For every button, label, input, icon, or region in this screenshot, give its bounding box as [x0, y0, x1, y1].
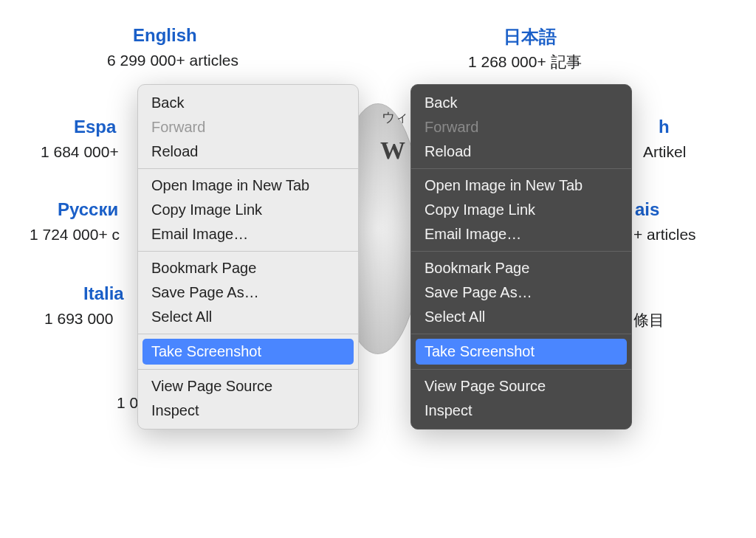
lang-german-link[interactable]: h — [659, 117, 670, 137]
ctx-open-image[interactable]: Open Image in New Tab — [138, 173, 358, 198]
ctx-select-all[interactable]: Select All — [411, 305, 631, 329]
ctx-inspect[interactable]: Inspect — [411, 399, 631, 423]
ctx-separator — [138, 334, 358, 334]
ctx-save-as[interactable]: Save Page As… — [411, 280, 631, 305]
lang-russian-sub: 1 724 000+ с — [30, 226, 120, 244]
logo-glyph-wi: ウィ — [382, 108, 408, 126]
context-menu-dark: Back Forward Reload Open Image in New Ta… — [410, 84, 632, 430]
lang-italian-link[interactable]: Italia — [83, 283, 124, 304]
ctx-copy-image-link[interactable]: Copy Image Link — [411, 198, 631, 222]
lang-japanese-sub: 1 268 000+ 記事 — [468, 52, 582, 72]
lang-french-sub: + articles — [633, 226, 696, 244]
ctx-view-source[interactable]: View Page Source — [138, 374, 358, 399]
ctx-back[interactable]: Back — [138, 91, 358, 115]
ctx-save-as[interactable]: Save Page As… — [138, 280, 358, 305]
ctx-separator — [138, 168, 358, 169]
ctx-email-image[interactable]: Email Image… — [411, 222, 631, 246]
logo-glyph-w: W — [380, 137, 405, 165]
lang-spanish-link[interactable]: Espa — [74, 117, 116, 137]
context-menu-light: Back Forward Reload Open Image in New Ta… — [137, 84, 359, 430]
ctx-separator — [411, 168, 631, 169]
lang-spanish-sub: 1 684 000+ — [41, 143, 119, 161]
ctx-forward: Forward — [411, 115, 631, 139]
lang-chinese-sub: 條目 — [633, 310, 664, 331]
ctx-separator — [411, 334, 631, 334]
ctx-bookmark[interactable]: Bookmark Page — [411, 256, 631, 280]
lang-russian-link[interactable]: Русски — [58, 199, 118, 220]
lang-german-sub: Artikel — [643, 143, 686, 161]
ctx-take-screenshot[interactable]: Take Screenshot — [416, 339, 627, 365]
lang-portuguese-sub: 1 0 — [117, 394, 138, 412]
ctx-reload[interactable]: Reload — [411, 139, 631, 164]
ctx-inspect[interactable]: Inspect — [138, 399, 358, 423]
lang-italian-sub: 1 693 000 — [44, 310, 113, 328]
ctx-reload[interactable]: Reload — [138, 139, 358, 164]
ctx-select-all[interactable]: Select All — [138, 305, 358, 329]
ctx-forward: Forward — [138, 115, 358, 139]
ctx-bookmark[interactable]: Bookmark Page — [138, 256, 358, 280]
ctx-back[interactable]: Back — [411, 91, 631, 115]
lang-english-link[interactable]: English — [133, 25, 197, 46]
ctx-separator — [138, 369, 358, 370]
ctx-copy-image-link[interactable]: Copy Image Link — [138, 198, 358, 222]
lang-french-link[interactable]: ais — [635, 199, 659, 220]
lang-english-sub: 6 299 000+ articles — [107, 52, 238, 69]
ctx-separator — [138, 251, 358, 252]
ctx-email-image[interactable]: Email Image… — [138, 222, 358, 246]
ctx-separator — [411, 369, 631, 370]
lang-japanese-link[interactable]: 日本語 — [504, 25, 557, 49]
ctx-take-screenshot[interactable]: Take Screenshot — [142, 339, 354, 365]
ctx-separator — [411, 251, 631, 252]
ctx-view-source[interactable]: View Page Source — [411, 374, 631, 399]
ctx-open-image[interactable]: Open Image in New Tab — [411, 173, 631, 198]
